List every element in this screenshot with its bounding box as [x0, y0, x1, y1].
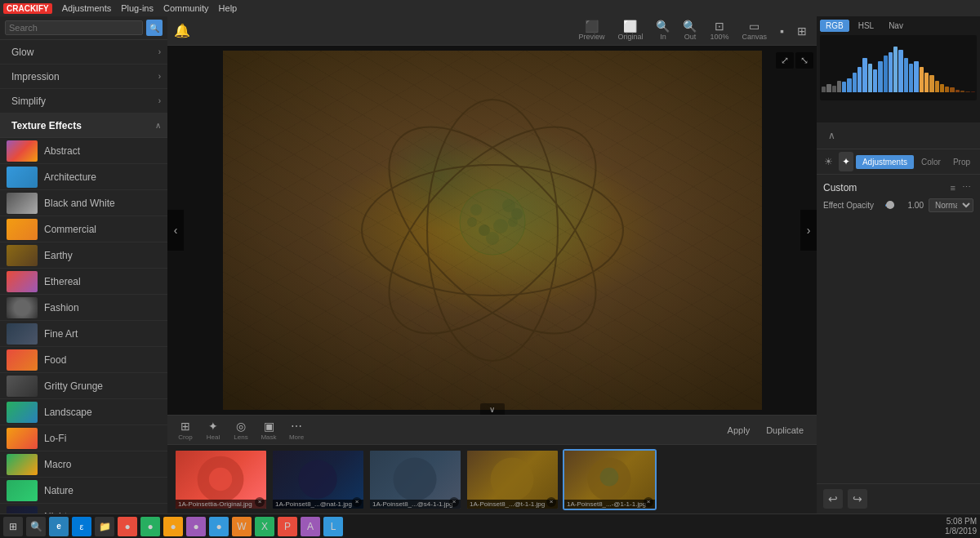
sidebar-section-texture-effects[interactable]: Texture Effects ∧ — [0, 113, 167, 138]
taskbar-edge[interactable]: ε — [72, 517, 91, 536]
panel-basic-button[interactable]: ☀ — [822, 152, 836, 171]
sidebar-item-architecture[interactable]: Architecture — [0, 164, 167, 190]
category-thumb-ethereal — [7, 271, 38, 292]
layout-grid-button[interactable]: ⊞ — [794, 24, 810, 38]
prev-image-button[interactable]: ‹ — [167, 210, 184, 251]
search-bar: 🔍 — [0, 16, 167, 40]
canvas-button[interactable]: ▭ Canvas — [739, 19, 771, 42]
taskbar-ie[interactable]: e — [49, 517, 69, 536]
histogram-tab-nav[interactable]: Nav — [883, 20, 909, 32]
effect-blend-mode[interactable]: Normal Multiply Screen — [929, 198, 973, 212]
expand-button[interactable]: ⤢ — [776, 52, 794, 69]
filmstrip-item-4[interactable]: 1A-Poinset8_...-@1-1-1.jpg × — [563, 449, 657, 510]
taskbar-app1[interactable]: ● — [118, 517, 137, 536]
duplicate-button[interactable]: Duplicate — [760, 423, 810, 438]
filmstrip-item-2[interactable]: 1A-Poinset8_...@s4-1-1.jpg × — [368, 449, 462, 510]
collapse-filmstrip-button[interactable]: ∨ — [480, 403, 505, 415]
menu-bar: CRACKIFY Adjustments Plug-ins Community … — [0, 0, 980, 16]
heal-tool[interactable]: ✦ Heal — [202, 419, 225, 442]
histogram-tabs: RGB HSL Nav — [820, 20, 977, 32]
histogram-tab-rgb[interactable]: RGB — [820, 20, 849, 32]
sidebar-item-nature[interactable]: Nature — [0, 478, 167, 504]
sidebar-item-abstract[interactable]: Abstract — [0, 138, 167, 164]
color-tab[interactable]: Color — [916, 155, 946, 169]
search-input[interactable] — [5, 20, 143, 35]
panel-collapse-button[interactable]: ∧ — [822, 126, 841, 145]
sidebar-item-commercial[interactable]: Commercial — [0, 216, 167, 242]
filmstrip-item-1[interactable]: 1A-Poinset8_...@nat-1.jpg × — [271, 449, 365, 510]
filmstrip-close-3[interactable]: × — [546, 497, 556, 507]
taskbar-app8[interactable]: P — [278, 517, 297, 536]
filmstrip-close-2[interactable]: × — [449, 497, 459, 507]
taskbar-app3[interactable]: ● — [163, 517, 183, 536]
lens-tool[interactable]: ◎ Lens — [229, 419, 252, 442]
sidebar-item-black-and-white[interactable]: Black and White — [0, 190, 167, 216]
custom-menu-button[interactable]: ≡ — [948, 181, 958, 193]
more-tool[interactable]: ⋯ More — [285, 419, 308, 442]
effect-opacity-row: Effect Opacity 1.00 Normal Multiply Scre… — [823, 198, 973, 212]
taskbar-search[interactable]: 🔍 — [26, 517, 46, 536]
100pct-button[interactable]: ⊡ 100% — [706, 19, 732, 42]
adjustments-button[interactable]: Adjustments — [856, 155, 914, 169]
category-thumb-commercial — [7, 219, 38, 240]
svg-point-14 — [209, 467, 232, 490]
redo-button[interactable]: ↪ — [848, 489, 867, 509]
histogram-display — [820, 35, 977, 100]
sidebar-item-lofi[interactable]: Lo-Fi — [0, 425, 167, 451]
sidebar-item-earthy[interactable]: Earthy — [0, 242, 167, 269]
filmstrip-close-4[interactable]: × — [644, 497, 653, 507]
sidebar-item-simplify[interactable]: Simplify › — [0, 89, 167, 113]
search-button[interactable]: 🔍 — [146, 20, 163, 36]
taskbar-app4[interactable]: ● — [186, 517, 206, 536]
zoom-in-button[interactable]: 🔍 In — [653, 19, 673, 42]
custom-settings-button[interactable]: ⋯ — [960, 181, 973, 193]
sidebar-item-ethereal[interactable]: Ethereal — [0, 269, 167, 295]
histogram-tab-hsl[interactable]: HSL — [853, 20, 880, 32]
filmstrip-item-3[interactable]: 1A-Poinset8_...@t-1-1.jpg × — [466, 449, 559, 510]
menu-community[interactable]: Community — [163, 3, 209, 13]
sidebar-item-night[interactable]: Night — [0, 504, 167, 514]
sidebar-item-glow[interactable]: Glow › — [0, 40, 167, 64]
sidebar-item-landscape[interactable]: Landscape — [0, 399, 167, 425]
sidebar-item-macro[interactable]: Macro — [0, 451, 167, 478]
taskbar-app6[interactable]: W — [232, 517, 252, 536]
sidebar-item-fashion[interactable]: Fashion — [0, 295, 167, 321]
taskbar-app7[interactable]: X — [255, 517, 274, 536]
sidebar-scroll: Glow › Impression › Simplify › Texture E… — [0, 40, 167, 514]
notification-icon[interactable]: 🔔 — [174, 23, 190, 38]
menu-help[interactable]: Help — [219, 3, 238, 13]
sidebar-item-gritty-grunge[interactable]: Gritty Grunge — [0, 373, 167, 399]
filmstrip-item-0[interactable]: 1A-Poinsettia-Original.jpg × — [174, 449, 268, 510]
next-image-button[interactable]: › — [800, 210, 817, 251]
original-button[interactable]: ⬜ Original — [614, 19, 646, 42]
taskbar-start[interactable]: ⊞ — [3, 517, 23, 536]
apply-button[interactable]: Apply — [721, 423, 757, 438]
filmstrip-close-1[interactable]: × — [352, 497, 362, 507]
preview-button[interactable]: ⬛ Preview — [575, 19, 608, 42]
filmstrip-close-0[interactable]: × — [255, 497, 265, 507]
prop-tab[interactable]: Prop — [948, 155, 975, 169]
layout-split-button[interactable]: ▪ — [777, 24, 787, 38]
mask-tool[interactable]: ▣ Mask — [257, 419, 280, 442]
crop-tool[interactable]: ⊞ Crop — [174, 419, 197, 442]
fullscreen-button[interactable]: ⤡ — [795, 52, 813, 69]
menu-adjustments[interactable]: Adjustments — [62, 3, 112, 13]
taskbar-app5[interactable]: ● — [209, 517, 229, 536]
bottom-right-actions: Apply Duplicate — [721, 423, 810, 438]
zoom-out-button[interactable]: 🔍 Out — [679, 19, 700, 42]
taskbar-folder[interactable]: 📁 — [95, 517, 114, 536]
effect-opacity-slider[interactable] — [885, 204, 894, 207]
taskbar-app9[interactable]: A — [301, 517, 320, 536]
taskbar-app10[interactable]: L — [323, 517, 343, 536]
effect-opacity-label: Effect Opacity — [823, 201, 880, 210]
image-svg-overlay — [223, 51, 762, 410]
menu-plugins[interactable]: Plug-ins — [121, 3, 154, 13]
sidebar-item-food[interactable]: Food — [0, 347, 167, 373]
sidebar-item-fine-art[interactable]: Fine Art — [0, 321, 167, 347]
panel-bright-button[interactable]: ✦ — [839, 152, 853, 171]
sidebar-item-impression[interactable]: Impression › — [0, 64, 167, 89]
slider-thumb[interactable] — [886, 201, 894, 209]
undo-button[interactable]: ↩ — [823, 489, 843, 509]
taskbar-app2[interactable]: ● — [140, 517, 160, 536]
chevron-up-icon: ∧ — [155, 121, 161, 130]
